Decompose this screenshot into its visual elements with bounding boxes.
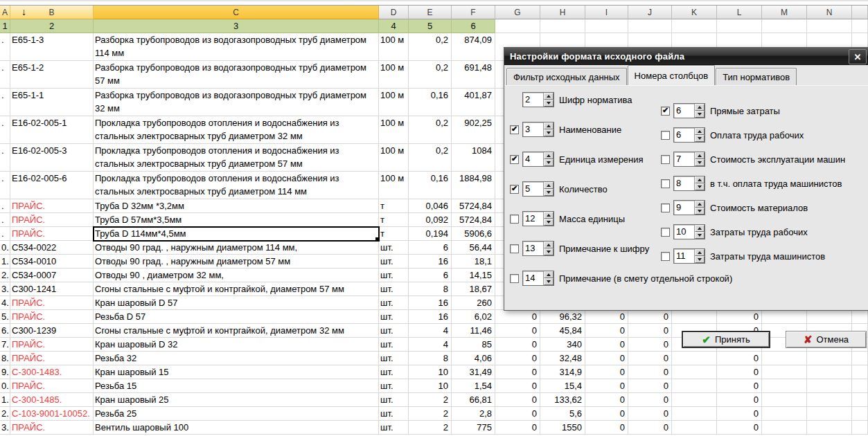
field-number-cell-c[interactable]: 3	[94, 19, 379, 33]
cell-i[interactable]: 0	[585, 338, 628, 352]
cell-e[interactable]: 0,046	[409, 199, 452, 213]
cell-e[interactable]: 16	[409, 310, 452, 324]
cell-b[interactable]: E16-02-005-3	[10, 144, 94, 172]
cell-h[interactable]: 314,9	[540, 365, 585, 379]
field-number-cell-f[interactable]: 6	[452, 19, 495, 33]
cell-f[interactable]: 5724,84	[452, 213, 495, 227]
cell-f[interactable]: 2,8	[452, 407, 495, 421]
cell-b[interactable]: ПРАЙС.	[10, 421, 94, 435]
cell-e[interactable]: 10	[409, 365, 452, 379]
column-header-i[interactable]: I	[585, 6, 628, 19]
field-number-cell-k[interactable]	[672, 19, 717, 33]
spinner-down-button[interactable]	[544, 219, 553, 226]
field-number-cell-i[interactable]	[585, 19, 628, 33]
cell-x[interactable]	[852, 421, 868, 435]
cell-d[interactable]: шт.	[379, 338, 409, 352]
cell-a[interactable]: 3.	[0, 421, 10, 435]
cell-j[interactable]: 0	[628, 324, 672, 338]
cell-a[interactable]: 1.	[0, 393, 10, 407]
cell-c[interactable]: Отводы 90 град. , наружным диаметром 57 …	[94, 255, 379, 269]
cell-a[interactable]: .	[0, 33, 10, 61]
cell-h[interactable]: 1550	[540, 421, 585, 435]
dialog-titlebar[interactable]: Настройки формата исходного файла ✕	[504, 48, 868, 65]
spinner-down-button[interactable]	[544, 278, 553, 285]
spinner-value[interactable]: 8	[674, 176, 694, 190]
cell-b[interactable]: C300-1239	[10, 324, 94, 338]
spinner-down-button[interactable]	[695, 256, 705, 263]
field-number-cell-x[interactable]	[852, 19, 868, 33]
field-number-cell-n[interactable]	[807, 19, 852, 33]
accept-button[interactable]: ✔ Принять	[682, 331, 770, 348]
cell-b[interactable]: ПРАЙС.	[10, 199, 94, 213]
cell-c[interactable]: Кран шаровый 15	[94, 365, 379, 379]
cell-m[interactable]	[762, 407, 807, 421]
field-number-cell-b[interactable]: 2	[10, 19, 94, 33]
checkbox[interactable]: ✔	[510, 125, 519, 134]
column-header-n[interactable]: N	[807, 6, 852, 19]
cell-b[interactable]: ПРАЙС.	[10, 227, 94, 241]
spinner-down-button[interactable]	[695, 135, 705, 142]
spinner-down-button[interactable]	[544, 100, 553, 107]
spinner-up-button[interactable]	[695, 128, 705, 135]
cell-c[interactable]: Труба D 114мм*4,5мм	[94, 227, 379, 241]
cell-c[interactable]: Отводы 90 град. , наружным диаметром 114…	[94, 241, 379, 255]
selection-fill-handle[interactable]	[375, 237, 379, 241]
column-header-k[interactable]: K	[672, 6, 717, 19]
cell-j[interactable]: 0	[628, 338, 672, 352]
cell-d[interactable]: шт.	[379, 241, 409, 255]
cell-c[interactable]: Резьба 32	[94, 352, 379, 365]
spinner-up-button[interactable]	[695, 176, 705, 183]
cell-b[interactable]: C-103-9001-10052.	[10, 407, 94, 421]
spinner-up-button[interactable]	[695, 152, 705, 159]
cell-f[interactable]: 66,81	[452, 393, 495, 407]
cell-n[interactable]	[807, 407, 852, 421]
cell-a[interactable]: 4.	[0, 296, 10, 310]
cell-a[interactable]: 3.	[0, 282, 10, 296]
spinner-down-button[interactable]	[544, 129, 553, 136]
column-header-d[interactable]: D	[379, 6, 409, 19]
cell-n[interactable]	[807, 379, 852, 393]
cell-i[interactable]: 0	[585, 310, 628, 324]
cell-b[interactable]: C534-0022	[10, 241, 94, 255]
cell-h[interactable]: 133,62	[540, 393, 585, 407]
cell-e[interactable]: 4	[409, 338, 452, 352]
cell-f[interactable]: 85	[452, 338, 495, 352]
cell-e[interactable]: 2	[409, 393, 452, 407]
cell-f[interactable]: 1884,98	[452, 172, 495, 199]
cell-i[interactable]: 0	[585, 421, 628, 435]
column-header-m[interactable]: M	[762, 6, 807, 19]
cell-k[interactable]	[672, 352, 717, 365]
cell-m[interactable]	[762, 365, 807, 379]
cell-f[interactable]: 5724,84	[452, 199, 495, 213]
cell-i[interactable]: 0	[585, 393, 628, 407]
cell-c[interactable]: Прокладка трубопроводов отопления и водо…	[94, 116, 379, 144]
cell-m[interactable]	[762, 352, 807, 365]
cell-k[interactable]	[672, 310, 717, 324]
cell-a[interactable]: 7.	[0, 338, 10, 352]
cell-e[interactable]: 10	[409, 379, 452, 393]
cell-c[interactable]: Прокладка трубопроводов отопления и водо…	[94, 172, 379, 199]
checkbox[interactable]	[661, 131, 670, 140]
spinner-value[interactable]: 3	[523, 122, 543, 136]
cell-b[interactable]: E65-1-3	[10, 33, 94, 61]
cell-e[interactable]: 0,092	[409, 213, 452, 227]
spinner-down-button[interactable]	[695, 159, 705, 166]
cell-l[interactable]: 0	[717, 421, 762, 435]
field-number-cell-m[interactable]	[762, 19, 807, 33]
cancel-button[interactable]: ✘ Отмена	[786, 331, 867, 348]
cell-a[interactable]: .	[0, 116, 10, 144]
cell-f[interactable]: 5906,6	[452, 227, 495, 241]
cell-a[interactable]: .	[0, 89, 10, 116]
cell-n[interactable]	[807, 352, 852, 365]
cell-m[interactable]	[762, 393, 807, 407]
cell-c[interactable]: Прокладка трубопроводов отопления и водо…	[94, 144, 379, 172]
column-header-extra[interactable]	[852, 6, 868, 19]
cell-a[interactable]: 9.	[0, 365, 10, 379]
cell-e[interactable]: 16	[409, 296, 452, 310]
checkbox[interactable]	[661, 228, 670, 237]
cell-a[interactable]: .	[0, 213, 10, 227]
cell-m[interactable]	[762, 310, 807, 324]
cell-m[interactable]	[762, 421, 807, 435]
cell-h[interactable]: 15,4	[540, 379, 585, 393]
cell-e[interactable]: 0,2	[409, 116, 452, 144]
